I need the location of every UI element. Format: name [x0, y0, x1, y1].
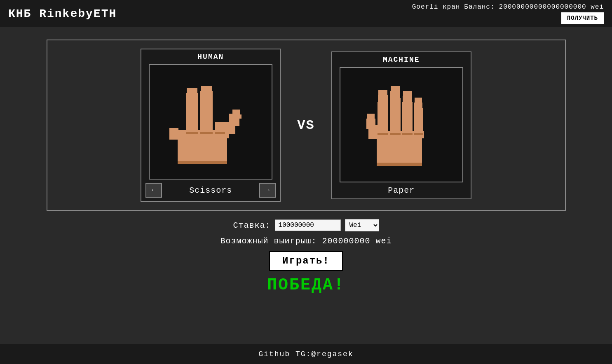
- svg-rect-7: [200, 99, 213, 134]
- app-title: КНБ RinkebyETH: [8, 7, 117, 20]
- possible-win-value: 200000000 wei: [322, 236, 392, 246]
- possible-win-row: Возможный выигрыш: 200000000 wei: [220, 236, 392, 246]
- svg-rect-39: [414, 133, 423, 135]
- machine-image-frame: [340, 67, 463, 182]
- svg-rect-12: [186, 132, 198, 134]
- possible-win-label: Возможный выигрыш:: [220, 236, 317, 246]
- balance-label: Баланс:: [464, 3, 495, 11]
- balance-row: Goerli кран Баланс: 20000000000000000000…: [412, 3, 604, 11]
- machine-hand-image: [344, 71, 459, 178]
- svg-rect-35: [415, 98, 422, 105]
- svg-rect-24: [378, 102, 388, 135]
- machine-label: MACHINE: [332, 52, 471, 67]
- svg-rect-0: [178, 134, 227, 163]
- get-tokens-button[interactable]: ПОЛУЧИТЬ: [561, 12, 604, 24]
- svg-rect-14: [215, 132, 225, 134]
- svg-rect-18: [232, 110, 240, 116]
- machine-choice-label: Paper: [388, 186, 415, 195]
- svg-rect-37: [390, 133, 401, 135]
- svg-rect-9: [201, 86, 212, 94]
- svg-rect-30: [402, 102, 413, 135]
- svg-rect-33: [414, 108, 423, 135]
- result-text: ПОБЕДА!: [267, 276, 345, 294]
- svg-rect-15: [178, 161, 227, 164]
- svg-rect-38: [402, 133, 413, 135]
- human-image-frame: [149, 64, 272, 180]
- svg-rect-6: [187, 88, 197, 96]
- footer-text: Github TG:@regasek: [258, 350, 353, 358]
- machine-card: MACHINE: [331, 51, 471, 199]
- header-right: Goerli кран Баланс: 20000000000000000000…: [412, 3, 604, 24]
- svg-rect-4: [186, 101, 198, 134]
- bet-label: Ставка:: [233, 221, 270, 230]
- play-button[interactable]: Играть!: [269, 251, 343, 271]
- betting-section: Ставка: Wei Gwei Ether Возможный выигрыш…: [220, 219, 392, 294]
- svg-rect-23: [367, 114, 375, 121]
- balance-value: 20000000000000000000 wei: [499, 3, 604, 11]
- svg-rect-29: [391, 86, 400, 93]
- human-card: HUMAN: [141, 49, 281, 202]
- machine-controls: Paper: [332, 182, 471, 198]
- human-controls: ← Scissors →: [141, 180, 280, 201]
- main-content: HUMAN: [0, 27, 612, 344]
- unit-select[interactable]: Wei Gwei Ether: [345, 219, 379, 231]
- svg-rect-13: [200, 132, 213, 134]
- bet-input[interactable]: [275, 219, 341, 231]
- prev-choice-button[interactable]: ←: [145, 183, 162, 198]
- svg-rect-19: [377, 135, 422, 166]
- game-arena: HUMAN: [47, 40, 566, 211]
- svg-rect-27: [390, 98, 401, 135]
- human-label: HUMAN: [141, 49, 280, 64]
- network-label: Goerli кран: [412, 3, 460, 11]
- svg-rect-26: [378, 90, 387, 98]
- bet-row: Ставка: Wei Gwei Ether: [233, 219, 379, 231]
- svg-rect-11: [169, 128, 178, 140]
- vs-text: VS: [281, 118, 331, 133]
- svg-rect-40: [377, 163, 422, 166]
- human-choice-label: Scissors: [166, 186, 255, 195]
- human-hand-image: [153, 68, 268, 175]
- header: КНБ RinkebyETH Goerli кран Баланс: 20000…: [0, 0, 612, 27]
- svg-rect-32: [403, 91, 412, 98]
- next-choice-button[interactable]: →: [259, 183, 276, 198]
- footer: Github TG:@regasek: [0, 344, 612, 364]
- svg-rect-36: [378, 133, 388, 135]
